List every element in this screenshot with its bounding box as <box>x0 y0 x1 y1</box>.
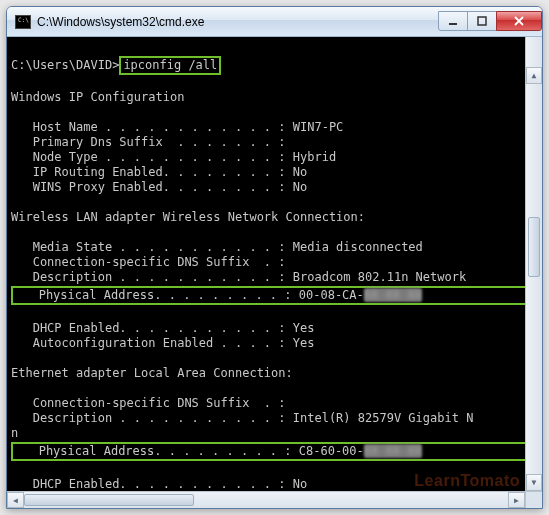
wlan-physical-address-highlight: Physical Address. . . . . . . . . : 00-0… <box>11 286 538 305</box>
eth-dns-suffix: Connection-specific DNS Suffix . : <box>11 396 286 410</box>
wlan-autoconfig: Autoconfiguration Enabled . . . . : Yes <box>11 336 314 350</box>
eth-description: Description . . . . . . . . . . . : Inte… <box>11 411 473 425</box>
svg-rect-1 <box>478 17 486 25</box>
cmd-window: C:\ C:\Windows\system32\cmd.exe C:\Users… <box>6 6 543 509</box>
ip-routing-row: IP Routing Enabled. . . . . . . . : No <box>11 165 307 179</box>
eth-title: Ethernet adapter Local Area Connection: <box>11 366 293 380</box>
eth-physical-address-highlight: Physical Address. . . . . . . . . : C8-6… <box>11 442 538 461</box>
scroll-track-h[interactable] <box>194 492 508 508</box>
vertical-scrollbar[interactable]: ▲ ▼ <box>525 37 542 491</box>
window-controls <box>439 11 542 31</box>
scroll-thumb-v[interactable] <box>528 217 540 277</box>
minimize-button[interactable] <box>438 11 468 31</box>
node-type-row: Node Type . . . . . . . . . . . . : Hybr… <box>11 150 336 164</box>
scroll-left-button[interactable]: ◀ <box>7 492 24 508</box>
scroll-thumb-h[interactable] <box>24 494 194 506</box>
wlan-dns-suffix: Connection-specific DNS Suffix . : <box>11 255 286 269</box>
wins-proxy-row: WINS Proxy Enabled. . . . . . . . : No <box>11 180 307 194</box>
scroll-down-button[interactable]: ▼ <box>526 474 542 491</box>
host-name-row: Host Name . . . . . . . . . . . . : WIN7… <box>11 120 343 134</box>
window-title: C:\Windows\system32\cmd.exe <box>37 15 439 29</box>
wlan-description: Description . . . . . . . . . . . : Broa… <box>11 270 466 284</box>
wlan-media-state: Media State . . . . . . . . . . . : Medi… <box>11 240 423 254</box>
svg-rect-0 <box>449 23 457 25</box>
cmd-icon: C:\ <box>15 15 31 29</box>
command-highlight: ipconfig /all <box>119 56 221 75</box>
wlan-dhcp: DHCP Enabled. . . . . . . . . . . : Yes <box>11 321 314 335</box>
scroll-up-button[interactable]: ▲ <box>526 67 542 84</box>
watermark: LearnTomato <box>414 473 520 488</box>
horizontal-scrollbar[interactable]: ◀ ▶ <box>7 491 525 508</box>
section-header: Windows IP Configuration <box>11 90 184 104</box>
scroll-right-button[interactable]: ▶ <box>508 492 525 508</box>
prompt-path: C:\Users\DAVID> <box>11 58 119 72</box>
wlan-title: Wireless LAN adapter Wireless Network Co… <box>11 210 365 224</box>
titlebar[interactable]: C:\ C:\Windows\system32\cmd.exe <box>7 7 542 37</box>
close-button[interactable] <box>496 11 542 31</box>
eth-desc-overflow: n <box>11 426 18 440</box>
scrollbar-corner <box>525 491 542 508</box>
primary-dns-row: Primary Dns Suffix . . . . . . . : <box>11 135 286 149</box>
eth-dhcp: DHCP Enabled. . . . . . . . . . . : No <box>11 477 307 491</box>
maximize-button[interactable] <box>467 11 497 31</box>
console-output[interactable]: C:\Users\DAVID>ipconfig /all Windows IP … <box>7 37 542 508</box>
